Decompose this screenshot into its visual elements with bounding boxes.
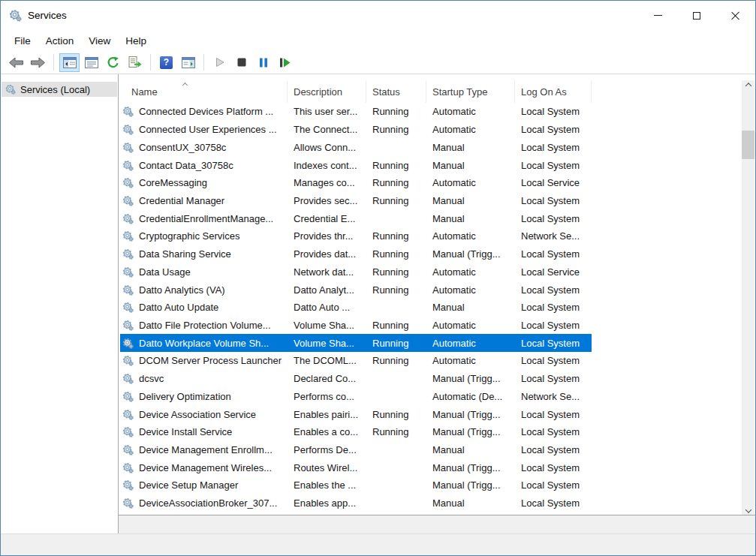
stop-service-button[interactable] bbox=[231, 53, 251, 72]
service-name: Device Management Wireles... bbox=[139, 462, 272, 473]
show-action-pane-button[interactable] bbox=[178, 53, 198, 72]
table-row[interactable]: Device Management Enrollm... Performs De… bbox=[120, 441, 592, 459]
service-gear-icon bbox=[122, 124, 134, 135]
description-cell: Enables app... bbox=[288, 494, 366, 512]
column-header-startup-type[interactable]: Startup Type bbox=[426, 80, 515, 103]
status-cell: Running bbox=[366, 156, 426, 174]
service-name: Datto Analytics (VA) bbox=[139, 284, 225, 296]
menu-item-help[interactable]: Help bbox=[118, 32, 154, 50]
log-on-as-cell: Local System bbox=[515, 423, 592, 441]
table-row[interactable]: Datto Auto Update Datto Auto ... Manual … bbox=[120, 299, 592, 317]
status-cell bbox=[366, 299, 426, 317]
startup-type-cell: Automatic bbox=[426, 317, 515, 335]
close-button[interactable] bbox=[716, 1, 755, 30]
table-row[interactable]: Device Management Wireles... Routes Wire… bbox=[120, 458, 592, 476]
description-cell: Enables the ... bbox=[288, 476, 366, 494]
main-content: Services (Local) Name Description Status… bbox=[1, 74, 755, 533]
startup-type-cell: Manual bbox=[426, 192, 515, 210]
minimize-button[interactable] bbox=[638, 1, 677, 30]
pause-service-button[interactable] bbox=[253, 53, 273, 72]
status-cell: Running bbox=[366, 227, 426, 245]
table-row[interactable]: Data Sharing Service Provides dat... Run… bbox=[120, 245, 592, 263]
restart-service-button[interactable] bbox=[275, 53, 295, 72]
description-cell: Performs De... bbox=[288, 441, 366, 459]
back-icon bbox=[8, 57, 24, 68]
log-on-as-cell: Local System bbox=[515, 245, 592, 263]
log-on-as-cell: Local System bbox=[515, 370, 592, 388]
name-cell: ConsentUX_30758c bbox=[120, 138, 288, 156]
menu-item-file[interactable]: File bbox=[7, 32, 38, 50]
service-name: Device Management Enrollm... bbox=[139, 444, 273, 455]
name-cell: DeviceAssociationBroker_307... bbox=[120, 494, 288, 512]
status-bar bbox=[1, 533, 755, 555]
table-row[interactable]: Datto Workplace Volume Sh... Volume Sha.… bbox=[120, 334, 592, 352]
forward-button[interactable] bbox=[28, 53, 48, 72]
service-name: Data Usage bbox=[139, 266, 191, 278]
status-cell bbox=[366, 494, 426, 512]
scrollbar-thumb[interactable] bbox=[742, 131, 754, 159]
menu-item-action[interactable]: Action bbox=[38, 32, 82, 50]
table-row[interactable]: Connected User Experiences ... The Conne… bbox=[120, 121, 592, 139]
table-row[interactable]: Delivery Optimization Performs co... Aut… bbox=[120, 388, 592, 406]
status-cell: Running bbox=[366, 334, 426, 352]
column-header-name[interactable]: Name bbox=[120, 80, 288, 103]
log-on-as-cell: Local System bbox=[515, 352, 592, 370]
properties-button[interactable] bbox=[81, 53, 101, 72]
back-button[interactable] bbox=[6, 53, 26, 72]
action-pane-icon bbox=[182, 57, 195, 68]
service-name: Device Association Service bbox=[139, 409, 256, 420]
startup-type-cell: Manual bbox=[426, 138, 515, 156]
log-on-as-cell: Local System bbox=[515, 405, 592, 423]
menu-bar: File Action View Help bbox=[1, 30, 755, 51]
table-row[interactable]: Device Association Service Enables pairi… bbox=[120, 405, 592, 423]
column-header-status[interactable]: Status bbox=[366, 80, 426, 103]
table-row[interactable]: CredentialEnrollmentManage... Credential… bbox=[120, 209, 592, 227]
service-gear-icon bbox=[122, 106, 134, 117]
export-list-icon bbox=[128, 56, 142, 68]
description-cell: Manages co... bbox=[288, 174, 366, 192]
service-name: Delivery Optimization bbox=[139, 391, 231, 402]
sidebar-item-services-local[interactable]: Services (Local) bbox=[2, 82, 117, 97]
sort-ascending-icon bbox=[182, 83, 188, 88]
description-cell: Enables pairi... bbox=[288, 405, 366, 423]
status-cell: Running bbox=[366, 263, 426, 281]
log-on-as-cell: Local Service bbox=[515, 263, 592, 281]
table-row[interactable]: DCOM Server Process Launcher The DCOML..… bbox=[120, 352, 592, 370]
service-gear-icon bbox=[122, 391, 134, 402]
start-service-button[interactable] bbox=[209, 53, 230, 72]
menu-item-view[interactable]: View bbox=[81, 32, 118, 50]
column-header-log-on-as[interactable]: Log On As bbox=[515, 80, 592, 103]
toolbar-separator bbox=[150, 54, 151, 71]
table-row[interactable]: Datto File Protection Volume... Volume S… bbox=[120, 317, 592, 335]
table-row[interactable]: Connected Devices Platform ... This user… bbox=[120, 103, 592, 121]
refresh-button[interactable] bbox=[103, 53, 123, 72]
show-console-tree-button[interactable] bbox=[59, 53, 80, 72]
help-button[interactable] bbox=[156, 53, 176, 72]
scroll-down-button[interactable] bbox=[742, 502, 754, 515]
table-row[interactable]: Data Usage Network dat... Running Automa… bbox=[120, 263, 592, 281]
name-cell: Data Usage bbox=[120, 263, 288, 281]
table-row[interactable]: Device Setup Manager Enables the ... Man… bbox=[120, 476, 592, 494]
table-row[interactable]: Credential Manager Provides sec... Runni… bbox=[120, 192, 592, 210]
status-cell: Running bbox=[366, 103, 426, 121]
description-cell: Volume Sha... bbox=[288, 317, 366, 335]
pause-service-icon bbox=[259, 58, 268, 68]
table-row[interactable]: ConsentUX_30758c Allows Conn... Manual L… bbox=[120, 138, 592, 156]
scroll-up-button[interactable] bbox=[742, 80, 754, 93]
table-row[interactable]: DeviceAssociationBroker_307... Enables a… bbox=[120, 494, 592, 512]
table-row[interactable]: dcsvc Declared Co... Manual (Trigg... Lo… bbox=[120, 370, 592, 388]
table-row[interactable]: CoreMessaging Manages co... Running Auto… bbox=[120, 174, 592, 192]
name-cell: Connected User Experiences ... bbox=[120, 121, 288, 139]
maximize-button[interactable] bbox=[677, 1, 716, 30]
table-row[interactable]: Datto Analytics (VA) Datto Analyt... Run… bbox=[120, 281, 592, 299]
service-name: Cryptographic Services bbox=[139, 230, 239, 242]
service-name: Data Sharing Service bbox=[139, 248, 231, 260]
table-row[interactable]: Contact Data_30758c Indexes cont... Runn… bbox=[120, 156, 592, 174]
column-header-description[interactable]: Description bbox=[288, 80, 366, 103]
startup-type-cell: Manual bbox=[426, 441, 515, 459]
export-list-button[interactable] bbox=[125, 53, 145, 72]
table-row[interactable]: Cryptographic Services Provides thr... R… bbox=[120, 227, 592, 245]
vertical-scrollbar[interactable] bbox=[742, 80, 754, 515]
table-row[interactable]: Device Install Service Enables a co... R… bbox=[120, 423, 592, 441]
startup-type-cell: Automatic bbox=[426, 352, 515, 370]
